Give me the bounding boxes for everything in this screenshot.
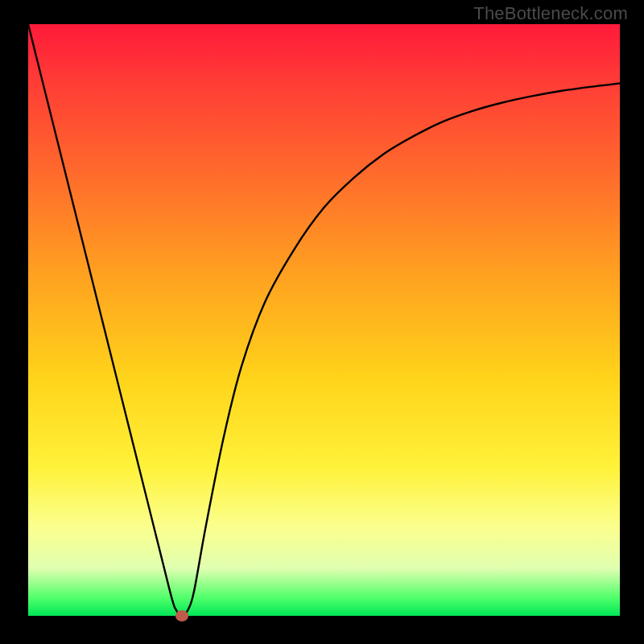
bottleneck-curve (28, 24, 620, 616)
chart-frame: TheBottleneck.com (0, 0, 644, 644)
watermark-text: TheBottleneck.com (473, 3, 628, 24)
plot-area (28, 24, 620, 616)
minimum-marker (175, 610, 188, 621)
